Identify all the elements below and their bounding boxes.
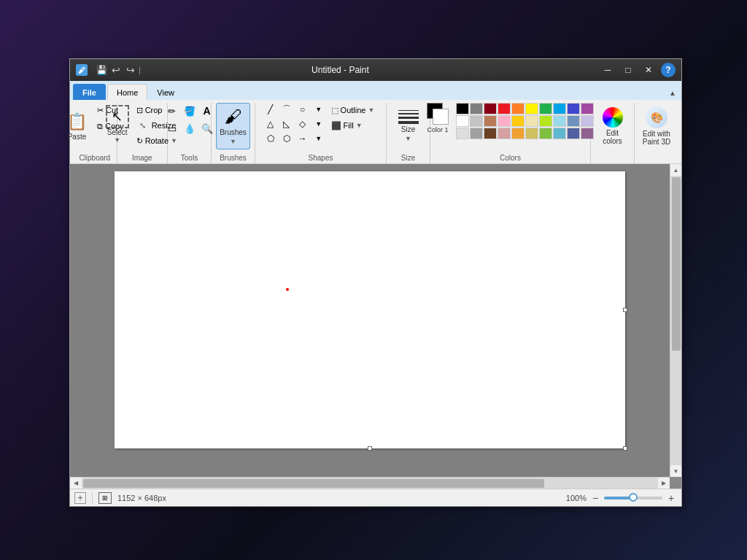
- color-swatch-28[interactable]: [567, 128, 580, 139]
- maximize-button[interactable]: □: [619, 63, 638, 77]
- outline-label: Outline: [341, 106, 366, 114]
- shape-pentagon[interactable]: ⬠: [263, 132, 278, 145]
- help-button[interactable]: ?: [661, 63, 676, 77]
- canvas-area: ▲ ▼ ◀ ▶: [70, 164, 681, 489]
- ribbon-content: 📋 Paste ✂ Cut ⧉ Copy: [70, 100, 681, 163]
- vertical-scrollbar[interactable]: ▲ ▼: [670, 164, 681, 477]
- fill-button[interactable]: 🪣: [182, 103, 198, 119]
- outline-button[interactable]: ⬚ Outline ▼: [328, 103, 379, 117]
- tab-view[interactable]: View: [147, 84, 184, 100]
- color-swatch-13[interactable]: [498, 115, 511, 127]
- paste-button[interactable]: 📋 Paste: [62, 103, 92, 149]
- ribbon-group-paint3d: 🎨 Edit with Paint 3D .: [635, 103, 678, 163]
- color-swatch-14[interactable]: [511, 115, 525, 127]
- shape-hexagon[interactable]: ⬡: [279, 132, 294, 145]
- color-swatch-4[interactable]: [511, 103, 525, 114]
- zoom-area: 100% − +: [566, 492, 677, 504]
- scroll-horizontal-thumb[interactable]: [83, 479, 544, 488]
- ribbon-group-size: Size ▼ Size: [387, 103, 430, 163]
- shape-diamond[interactable]: ◇: [295, 117, 310, 131]
- canvas-container[interactable]: [70, 164, 670, 477]
- select-button[interactable]: ↖ Select ▼: [104, 103, 131, 146]
- fill-dropdown-icon: ▼: [356, 122, 363, 129]
- resize-handle-bottom-right[interactable]: [623, 446, 627, 451]
- ribbon-collapse-button[interactable]: ▲: [667, 87, 678, 98]
- paint-canvas[interactable]: [115, 171, 625, 448]
- size-line-2: [398, 113, 419, 114]
- color-swatch-8[interactable]: [567, 103, 580, 114]
- shape-line[interactable]: ╱: [263, 103, 278, 116]
- zoom-slider-track[interactable]: [604, 497, 662, 499]
- shape-more2[interactable]: ▼: [311, 117, 326, 131]
- shapes-content: ╱ ⌒ ○ ▼ △ ◺ ◇ ▼: [263, 103, 379, 152]
- color-swatch-2[interactable]: [484, 103, 497, 114]
- scroll-right-button[interactable]: ▶: [658, 478, 670, 489]
- color-swatch-7[interactable]: [553, 103, 566, 114]
- scroll-vertical-thumb[interactable]: [672, 177, 681, 351]
- scroll-down-button[interactable]: ▼: [670, 465, 682, 477]
- window-controls: ─ □ ✕: [598, 63, 658, 77]
- ribbon-expand-area: ▲: [667, 87, 678, 100]
- tab-file[interactable]: File: [73, 84, 106, 100]
- shape-right-triangle[interactable]: ◺: [279, 117, 294, 131]
- color-swatch-10[interactable]: [456, 115, 469, 127]
- color1-selector[interactable]: Color 1: [427, 103, 449, 133]
- color-swatch-22[interactable]: [484, 128, 497, 139]
- fill-btn-shapes[interactable]: ⬛ Fill ▼: [328, 118, 379, 133]
- color-swatch-3[interactable]: [498, 103, 511, 114]
- resize-handle-bottom-mid[interactable]: [368, 446, 372, 451]
- shape-curve[interactable]: ⌒: [279, 103, 294, 116]
- shape-more[interactable]: ▼: [311, 103, 326, 116]
- color-swatch-0[interactable]: [456, 103, 469, 114]
- window-title: Untitled - Paint: [82, 65, 598, 75]
- color-swatch-18[interactable]: [567, 115, 580, 127]
- shape-triangle[interactable]: △: [263, 117, 278, 131]
- scroll-up-button[interactable]: ▲: [670, 164, 682, 176]
- pencil-button[interactable]: ✏: [164, 103, 180, 119]
- color-swatch-17[interactable]: [553, 115, 566, 127]
- canvas-size-icon: ⊞: [98, 492, 112, 504]
- scroll-horizontal-track[interactable]: [82, 478, 658, 489]
- size-line-3: [398, 117, 419, 119]
- select-dropdown-icon: ▼: [114, 136, 120, 144]
- tools-row-2: ▭ 💧 🔍: [164, 120, 215, 136]
- color-swatch-16[interactable]: [539, 115, 552, 127]
- shape-arrow[interactable]: →: [295, 132, 310, 145]
- zoom-in-button[interactable]: +: [665, 492, 677, 504]
- scroll-vertical-track[interactable]: [670, 176, 681, 465]
- shapes-grid: ╱ ⌒ ○ ▼ △ ◺ ◇ ▼: [263, 103, 326, 145]
- paint3d-content: 🎨 Edit with Paint 3D: [633, 103, 680, 152]
- color-swatch-24[interactable]: [511, 128, 525, 139]
- color-swatch-20[interactable]: [456, 128, 469, 139]
- eraser-button[interactable]: ▭: [164, 120, 180, 136]
- close-button[interactable]: ✕: [639, 63, 658, 77]
- color-swatch-5[interactable]: [525, 103, 538, 114]
- paint3d-button[interactable]: 🎨 Edit with Paint 3D: [633, 103, 680, 149]
- color-swatch-23[interactable]: [498, 128, 511, 139]
- brushes-button[interactable]: 🖌 Brushes ▼: [216, 103, 250, 149]
- edit-colors-button[interactable]: Edit colors: [593, 103, 632, 149]
- resize-handle-right-mid[interactable]: [623, 308, 627, 312]
- color-swatch-11[interactable]: [470, 115, 483, 127]
- color-swatch-6[interactable]: [539, 103, 552, 114]
- color-swatch-27[interactable]: [553, 128, 566, 139]
- palette-container: [456, 103, 594, 139]
- color-swatch-12[interactable]: [484, 115, 497, 127]
- color-swatch-21[interactable]: [470, 128, 483, 139]
- color-swatch-25[interactable]: [525, 128, 538, 139]
- color-swatch-26[interactable]: [539, 128, 552, 139]
- tab-home[interactable]: Home: [107, 84, 147, 100]
- shape-ellipse[interactable]: ○: [295, 103, 310, 116]
- minimize-button[interactable]: ─: [598, 63, 617, 77]
- scroll-left-button[interactable]: ◀: [70, 478, 82, 489]
- zoom-out-button[interactable]: −: [589, 492, 601, 504]
- horizontal-scrollbar[interactable]: ◀ ▶: [70, 477, 670, 489]
- zoom-slider-thumb[interactable]: [629, 493, 638, 502]
- eyedropper-button[interactable]: 💧: [182, 120, 198, 136]
- status-add-button[interactable]: +: [74, 492, 86, 504]
- shape-more3[interactable]: ▼: [311, 132, 326, 145]
- color-swatch-1[interactable]: [470, 103, 483, 114]
- size-button[interactable]: Size ▼: [393, 103, 424, 149]
- tools-row-1: ✏ 🪣 A: [164, 103, 215, 119]
- color-swatch-15[interactable]: [525, 115, 538, 127]
